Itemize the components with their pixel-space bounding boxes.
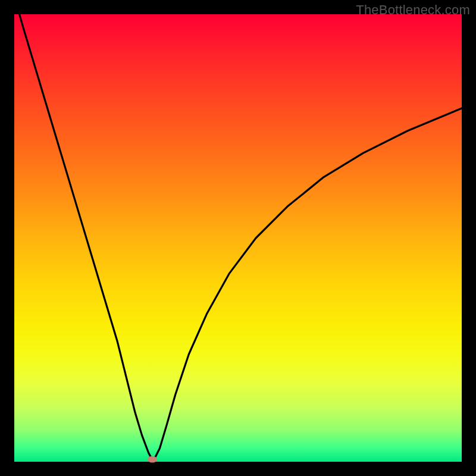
bottleneck-curve xyxy=(14,14,462,459)
curve-svg xyxy=(14,14,462,462)
chart-container: TheBottleneck.com xyxy=(0,0,476,476)
plot-area xyxy=(14,14,462,462)
optimal-point-marker xyxy=(148,456,157,463)
